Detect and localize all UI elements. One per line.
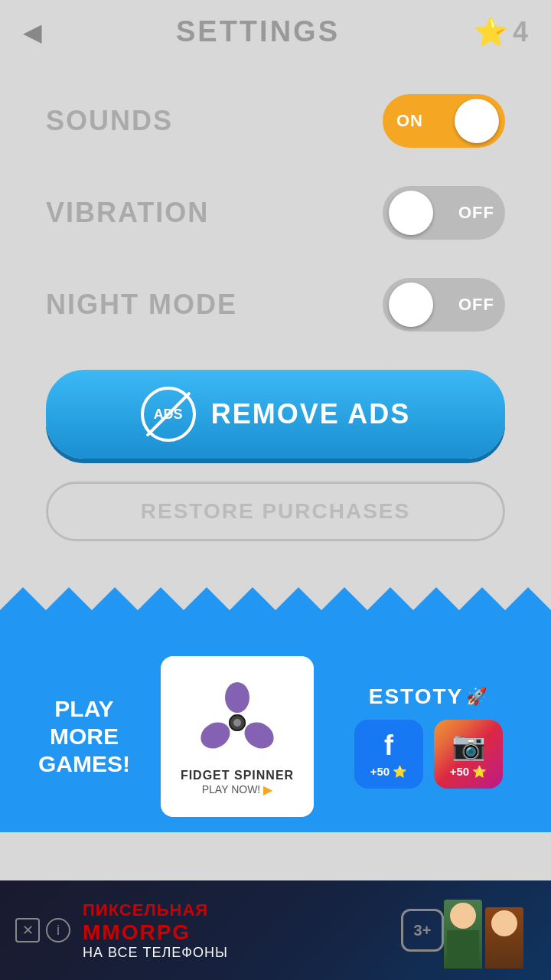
ad-title: ПИКСЕЛЬНАЯ xyxy=(83,900,401,920)
brand-icon: 🚀 xyxy=(466,687,488,707)
vibration-toggle-label: OFF xyxy=(458,203,494,223)
play-more-text: PLAY MOREGAMES! xyxy=(23,695,145,778)
game-card[interactable]: FIDGET SPINNER PLAY NOW! ▶ xyxy=(161,656,314,817)
svg-point-8 xyxy=(233,719,241,727)
game-card-image xyxy=(191,677,283,769)
header: ◀ SETTINGS ⭐ 4 xyxy=(0,0,551,64)
ad-text-area: ПИКСЕЛЬНАЯ MMORPG НА ВСЕ ТЕЛЕФОНЫ xyxy=(83,900,401,961)
settings-panel: SOUNDS ON VIBRATION OFF NIGHT MODE OFF A… xyxy=(0,64,551,572)
ads-icon: ADS xyxy=(141,387,196,442)
night-mode-label: NIGHT MODE xyxy=(46,289,237,321)
instagram-button[interactable]: 📷 +50 ⭐ xyxy=(434,720,503,789)
vibration-setting-row: VIBRATION OFF xyxy=(46,186,505,240)
restore-purchases-label: RESTORE PURCHASES xyxy=(141,499,410,524)
sounds-setting-row: SOUNDS ON xyxy=(46,94,505,148)
night-mode-setting-row: NIGHT MODE OFF xyxy=(46,278,505,332)
star-icon: ⭐ xyxy=(474,16,508,48)
restore-purchases-button[interactable]: RESTORE PURCHASES xyxy=(46,482,505,541)
page-title: SETTINGS xyxy=(176,15,340,48)
remove-ads-label: REMOVE ADS xyxy=(211,398,411,430)
sounds-label: SOUNDS xyxy=(46,105,173,137)
back-button[interactable]: ◀ xyxy=(23,18,42,47)
facebook-button[interactable]: f +50 ⭐ xyxy=(354,720,423,789)
social-buttons: f +50 ⭐ 📷 +50 ⭐ xyxy=(354,720,503,789)
night-mode-toggle-knob xyxy=(389,283,433,327)
ad-controls: ✕ i xyxy=(15,918,70,942)
vibration-toggle-knob xyxy=(389,191,433,235)
vibration-toggle[interactable]: OFF xyxy=(383,186,505,240)
ad-mmorpg: MMORPG xyxy=(83,920,401,945)
ad-characters xyxy=(444,892,536,969)
ad-close-button[interactable]: ✕ xyxy=(15,918,40,942)
ad-info-button[interactable]: i xyxy=(46,918,70,942)
ad-tagline: НА ВСЕ ТЕЛЕФОНЫ xyxy=(83,945,401,961)
ads-slash-icon xyxy=(145,391,191,436)
brand-logo: ESTOTY 🚀 xyxy=(369,684,489,709)
night-mode-toggle-label: OFF xyxy=(458,295,494,315)
facebook-bonus: +50 ⭐ xyxy=(370,765,408,779)
sounds-toggle[interactable]: ON xyxy=(383,94,505,148)
sounds-toggle-knob xyxy=(455,99,499,143)
wave-divider xyxy=(0,587,551,633)
night-mode-toggle[interactable]: OFF xyxy=(383,278,505,332)
remove-ads-button[interactable]: ADS REMOVE ADS xyxy=(46,370,505,459)
game-card-cta: PLAY NOW! ▶ xyxy=(202,782,273,797)
star-count-value: 4 xyxy=(513,16,528,48)
star-count-area: ⭐ 4 xyxy=(474,16,528,48)
bottom-section: PLAY MOREGAMES! FIDGET SPINNER PLAY NOW xyxy=(0,633,551,832)
game-card-title: FIDGET SPINNER xyxy=(181,769,294,782)
facebook-icon: f xyxy=(384,730,393,762)
play-arrow-icon: ▶ xyxy=(263,782,272,797)
ad-rating-badge: 3+ xyxy=(401,909,444,952)
ad-banner[interactable]: ✕ i ПИКСЕЛЬНАЯ MMORPG НА ВСЕ ТЕЛЕФОНЫ 3+ xyxy=(0,880,551,980)
instagram-bonus: +50 ⭐ xyxy=(450,765,487,779)
right-section: ESTOTY 🚀 f +50 ⭐ 📷 +50 ⭐ xyxy=(329,684,528,789)
vibration-label: VIBRATION xyxy=(46,197,209,229)
svg-point-2 xyxy=(227,684,248,711)
instagram-icon: 📷 xyxy=(452,730,486,762)
sounds-toggle-label: ON xyxy=(396,111,423,131)
